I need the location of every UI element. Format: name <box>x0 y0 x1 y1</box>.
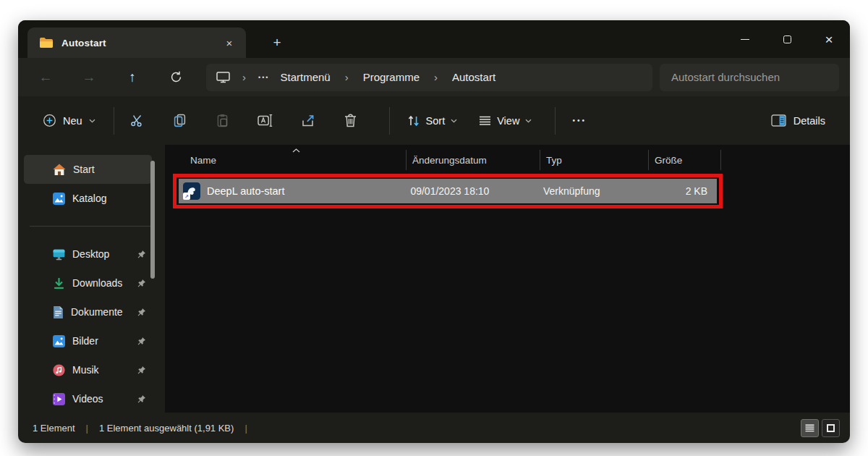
item-count: 1 Element <box>33 423 75 434</box>
rename-button[interactable] <box>252 108 279 134</box>
sidebar-item-start[interactable]: Start <box>24 155 152 184</box>
status-bar: 1 Element | 1 Element ausgewählt (1,91 K… <box>18 413 850 443</box>
sidebar-item-label: Musik <box>72 364 99 376</box>
red-annotation-box: ↗ DeepL auto-start 09/01/2023 18:10 Verk… <box>173 174 723 208</box>
forward-button[interactable]: → <box>76 64 102 90</box>
details-pane-button[interactable]: Details <box>762 109 834 132</box>
document-icon <box>53 306 64 318</box>
chevron-right-icon: › <box>236 71 252 83</box>
column-header-modified[interactable]: Änderungsdatum <box>407 150 540 170</box>
sidebar-item-label: Start <box>73 164 95 175</box>
cut-button[interactable] <box>124 108 151 134</box>
column-header-type[interactable]: Typ <box>540 150 649 170</box>
deepl-shortcut-icon: ↗ <box>183 182 200 200</box>
rename-icon <box>258 114 273 127</box>
music-icon <box>53 364 65 376</box>
copy-button[interactable] <box>166 108 194 134</box>
new-tab-button[interactable]: + <box>266 32 288 54</box>
file-explorer-window: Autostart × + × ← → ↑ › ••• Startmenü › <box>18 20 850 443</box>
folder-icon <box>39 37 54 48</box>
up-button[interactable]: ↑ <box>119 64 145 90</box>
toolbar-divider <box>555 107 556 135</box>
chevron-right-icon: › <box>339 71 355 83</box>
chevron-down-icon <box>451 119 457 123</box>
share-icon <box>301 114 315 127</box>
sidebar-item-katalog[interactable]: Katalog <box>24 184 152 213</box>
search-input[interactable] <box>660 64 839 91</box>
close-icon: × <box>825 33 833 46</box>
view-button-label: View <box>497 115 519 127</box>
sort-arrows-icon <box>407 115 420 127</box>
sidebar-item-videos[interactable]: Videos <box>24 384 152 413</box>
paste-button[interactable] <box>209 108 237 134</box>
sidebar-item-bilder[interactable]: Bilder <box>24 326 152 355</box>
sidebar: Start Katalog Desktop <box>18 145 165 413</box>
sidebar-item-downloads[interactable]: Downloads <box>24 269 152 297</box>
thumbnail-view-toggle[interactable] <box>822 419 840 437</box>
breadcrumb-item-programme[interactable]: Programme <box>358 69 425 85</box>
sort-button[interactable]: Sort <box>399 109 466 132</box>
details-panel-icon <box>771 114 786 127</box>
tab-close-icon[interactable]: × <box>221 35 237 51</box>
more-options-button[interactable]: ••• <box>565 111 594 130</box>
share-button[interactable] <box>294 108 322 134</box>
file-name-cell: ↗ DeepL auto-start <box>179 182 404 200</box>
toolbar-divider <box>389 107 390 135</box>
tab-title: Autostart <box>61 38 213 48</box>
thumbnail-view-icon <box>827 424 835 432</box>
file-row-deepl-autostart[interactable]: ↗ DeepL auto-start 09/01/2023 18:10 Verk… <box>179 179 717 203</box>
shortcut-arrow-icon: ↗ <box>183 193 190 200</box>
pin-icon <box>137 279 146 288</box>
status-separator: | <box>86 423 88 434</box>
column-header-name[interactable]: Name <box>165 150 407 170</box>
breadcrumb-overflow-button[interactable]: ••• <box>255 74 272 81</box>
explorer-tab[interactable]: Autostart × <box>27 28 246 58</box>
video-icon <box>53 393 65 405</box>
column-label: Name <box>190 155 216 166</box>
breadcrumb-item-autostart[interactable]: Autostart <box>447 69 501 85</box>
minimize-button[interactable] <box>728 20 762 58</box>
monitor-icon <box>216 72 230 83</box>
plus-circle-icon <box>43 114 56 127</box>
close-button[interactable]: × <box>812 20 846 58</box>
details-pane-label: Details <box>793 115 825 127</box>
breadcrumb-item-startmenu[interactable]: Startmenü <box>275 69 335 85</box>
file-type-cell: Verknüpfung <box>537 185 645 197</box>
view-button[interactable]: View <box>471 109 540 132</box>
sidebar-item-label: Videos <box>72 393 103 405</box>
clipboard-icon <box>216 114 229 127</box>
file-name: DeepL auto-start <box>207 185 284 197</box>
content-area: Start Katalog Desktop <box>18 145 850 413</box>
command-toolbar: Neu Sort View <box>18 96 850 145</box>
maximize-button[interactable] <box>770 20 804 58</box>
column-header-size[interactable]: Größe <box>649 150 721 170</box>
sidebar-scrollbar[interactable] <box>150 161 155 279</box>
refresh-button[interactable] <box>163 64 189 90</box>
sidebar-item-label: Katalog <box>72 193 106 204</box>
details-view-toggle[interactable] <box>801 419 819 437</box>
chevron-down-icon <box>89 119 95 123</box>
pin-icon <box>137 308 146 317</box>
sidebar-item-dokumente[interactable]: Dokumente <box>24 297 152 326</box>
minimize-icon <box>741 39 749 40</box>
delete-button[interactable] <box>337 108 365 134</box>
file-modified-cell: 09/01/2023 18:10 <box>404 185 537 197</box>
view-toggles <box>801 419 840 437</box>
window-controls: × <box>728 20 846 58</box>
file-size-cell: 2 KB <box>645 185 717 197</box>
this-pc-crumb[interactable] <box>213 72 233 83</box>
trash-icon <box>344 114 357 127</box>
new-button[interactable]: Neu <box>34 108 104 133</box>
sidebar-item-label: Desktop <box>72 248 109 260</box>
column-label: Größe <box>655 155 682 166</box>
column-label: Typ <box>546 155 562 166</box>
sidebar-item-desktop[interactable]: Desktop <box>24 240 152 269</box>
back-button[interactable]: ← <box>33 64 59 90</box>
pin-icon <box>137 250 146 259</box>
sidebar-item-musik[interactable]: Musik <box>24 355 152 384</box>
copy-icon <box>173 114 187 127</box>
chevron-down-icon <box>525 119 532 123</box>
home-icon <box>53 164 66 175</box>
sidebar-item-label: Downloads <box>72 277 122 289</box>
selection-summary: 1 Element ausgewählt (1,91 KB) <box>99 423 234 434</box>
